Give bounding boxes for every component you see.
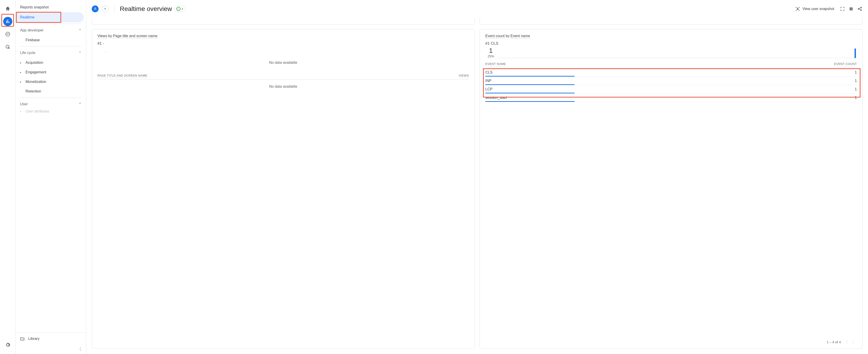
folder-icon bbox=[20, 337, 25, 341]
user-snapshot-icon bbox=[795, 6, 800, 11]
nav-section-label: Life cycle bbox=[20, 51, 35, 55]
pager: 1 – 4 of 4 〈 〉 bbox=[827, 339, 857, 345]
card-stub bbox=[479, 18, 863, 25]
share-button[interactable] bbox=[857, 6, 863, 12]
table-header: VIEWS bbox=[459, 74, 469, 78]
pager-next-button[interactable]: 〉 bbox=[851, 339, 857, 345]
nav-firebase[interactable]: Firebase bbox=[16, 35, 86, 45]
gear-icon bbox=[5, 342, 10, 348]
nav-realtime[interactable]: Realtime bbox=[16, 12, 84, 22]
target-click-icon bbox=[5, 44, 10, 50]
table-header: EVENT NAME bbox=[485, 62, 506, 66]
top-rank: #1 CLS bbox=[485, 41, 857, 46]
table-header: EVENT COUNT bbox=[834, 62, 857, 66]
event-name: INP bbox=[485, 79, 492, 83]
event-count: 1 bbox=[855, 96, 857, 100]
event-count: 1 bbox=[855, 87, 857, 91]
no-data-text: No data available bbox=[97, 79, 469, 94]
nav-library[interactable]: Library bbox=[16, 332, 86, 345]
card-title: Views by Page title and screen name bbox=[97, 34, 469, 38]
table-header: PAGE TITLE AND SCREEN NAME bbox=[97, 74, 147, 78]
svg-rect-4 bbox=[851, 7, 853, 10]
table-row[interactable]: INP1 bbox=[485, 77, 857, 85]
rail-home[interactable] bbox=[3, 4, 12, 13]
nav-section-life-cycle[interactable]: Life cycle ⌃ bbox=[16, 48, 86, 58]
pager-prev-button[interactable]: 〈 bbox=[843, 339, 849, 345]
svg-point-7 bbox=[861, 7, 861, 8]
main-area: A + Realtime overview ✓ ▾ View user snap… bbox=[86, 0, 868, 354]
nav-section-label: App developer bbox=[20, 28, 43, 32]
svg-point-6 bbox=[858, 8, 859, 9]
nav-user-attributes[interactable]: ▸User attributes bbox=[16, 109, 86, 114]
event-name: LCP bbox=[485, 87, 492, 91]
home-icon bbox=[5, 6, 10, 11]
views-card: Views by Page title and screen name #1 -… bbox=[92, 29, 475, 349]
fullscreen-icon bbox=[840, 6, 845, 11]
event-name: session_start bbox=[485, 96, 507, 100]
top-rank: #1 - bbox=[97, 41, 469, 46]
event-count: 1 bbox=[855, 79, 857, 83]
view-user-snapshot-button[interactable]: View user snapshot bbox=[793, 5, 837, 13]
nav-section-label: User bbox=[20, 102, 28, 106]
card-title: Event count by Event name bbox=[485, 34, 857, 38]
segment-avatar[interactable]: A bbox=[92, 5, 99, 12]
rail-advertising[interactable] bbox=[3, 42, 12, 51]
events-card: Event count by Event name #1 CLS 1 25% E… bbox=[479, 29, 863, 349]
sparkline bbox=[499, 47, 856, 58]
plus-icon: + bbox=[104, 7, 106, 11]
add-comparison-button[interactable]: + bbox=[102, 5, 108, 12]
big-number: 1 bbox=[489, 47, 493, 54]
svg-rect-5 bbox=[851, 7, 851, 11]
percent-text: 25% bbox=[488, 55, 494, 58]
svg-point-8 bbox=[861, 9, 861, 10]
check-circle-icon: ✓ bbox=[176, 7, 181, 11]
share-icon bbox=[857, 6, 862, 11]
trend-circle-icon bbox=[5, 31, 10, 37]
fullscreen-button[interactable] bbox=[840, 6, 845, 12]
event-name: CLS bbox=[485, 70, 492, 74]
bar-chart-icon bbox=[5, 19, 10, 24]
compare-button[interactable] bbox=[848, 6, 854, 12]
table-row[interactable]: session_start1 bbox=[485, 94, 857, 102]
rail-admin[interactable] bbox=[3, 340, 12, 349]
svg-point-2 bbox=[797, 8, 798, 9]
nav-collapse-button[interactable]: 〈 bbox=[16, 345, 86, 354]
chevron-up-icon: ⌃ bbox=[79, 28, 82, 33]
nav-acquisition[interactable]: ▸Acquisition bbox=[16, 58, 86, 67]
table-row[interactable]: LCP1 bbox=[485, 85, 857, 94]
svg-rect-3 bbox=[850, 7, 851, 10]
no-data-text: No data available bbox=[97, 56, 469, 70]
nav-section-user[interactable]: User ⌃ bbox=[16, 99, 86, 109]
table-row[interactable]: CLS1 bbox=[485, 68, 857, 77]
nav-panel: Reports snapshot Realtime App developer … bbox=[16, 0, 86, 354]
chevron-left-icon: 〈 bbox=[77, 347, 82, 352]
toolbar: A + Realtime overview ✓ ▾ View user snap… bbox=[86, 0, 868, 18]
event-count: 1 bbox=[855, 70, 857, 74]
icon-rail bbox=[0, 0, 16, 354]
nav-section-app-developer[interactable]: App developer ⌃ bbox=[16, 25, 86, 35]
nav-retention[interactable]: Retention bbox=[16, 86, 86, 96]
nav-monetization[interactable]: ▸Monetization bbox=[16, 77, 86, 86]
chevron-up-icon: ⌃ bbox=[79, 51, 82, 55]
card-stub bbox=[92, 18, 475, 25]
nav-engagement[interactable]: ▸Engagement bbox=[16, 67, 86, 77]
compare-icon bbox=[848, 6, 854, 11]
status-dropdown[interactable]: ✓ ▾ bbox=[174, 6, 185, 12]
page-title: Realtime overview bbox=[120, 5, 172, 12]
chevron-up-icon: ⌃ bbox=[79, 102, 82, 106]
caret-down-icon: ▾ bbox=[182, 7, 183, 10]
rail-explore[interactable] bbox=[3, 30, 12, 39]
no-data-text: - bbox=[97, 47, 469, 56]
rail-reports[interactable] bbox=[3, 17, 12, 26]
nav-reports-snapshot[interactable]: Reports snapshot bbox=[16, 2, 84, 12]
